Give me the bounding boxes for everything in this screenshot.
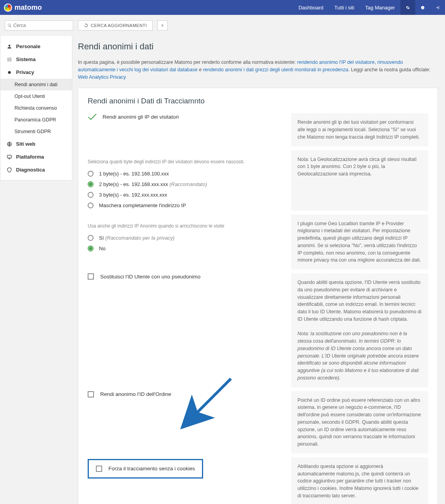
link-anon-ip[interactable]: rendendo anonimo l'IP del visitatore <box>297 60 375 65</box>
radio-2byte[interactable]: 2 byte(s) - es. 192.168.xxx.xxx (Raccoma… <box>88 179 283 190</box>
checkbox-icon <box>88 273 94 280</box>
sidebar-label: Siti web <box>16 141 35 147</box>
enrich-help: I plugin come Geo Localtion tramite IP e… <box>291 215 428 270</box>
app-logo[interactable]: matomo <box>4 4 42 12</box>
sidebar-section-personal[interactable]: Personale <box>0 40 72 53</box>
svg-rect-4 <box>7 155 12 158</box>
checkbox-icon <box>88 391 94 397</box>
sliders-icon <box>7 57 12 62</box>
userid-note: Nota: la sostituzione con uno pseudonimo… <box>297 331 419 381</box>
checkmark-icon <box>88 113 97 120</box>
sidebar-section-platform[interactable]: Piattaforma <box>0 150 72 163</box>
bytes-label: Seleziona quanti byte degli indirizzi IP… <box>88 159 283 164</box>
force-nocookie-highlight: Forza il tracciamento senza i cookies <box>88 459 203 479</box>
nav-info-icon[interactable]: i <box>415 0 430 15</box>
userid-checkbox[interactable]: Sostituisci l'ID Utente con uno pseudoni… <box>88 273 283 280</box>
search-icon <box>7 23 12 28</box>
top-nav: Dashboard Tutti i siti Tag Manager i <box>293 0 445 15</box>
radio-icon <box>88 235 94 241</box>
search-input[interactable] <box>13 23 70 28</box>
collapse-button[interactable] <box>157 20 168 31</box>
nav-tag-manager[interactable]: Tag Manager <box>360 0 400 15</box>
userid-label: Sostituisci l'ID Utente con uno pseudoni… <box>100 274 200 280</box>
radio-1byte[interactable]: 1 byte(s) - es. 192.168.100.xxx <box>88 168 283 179</box>
sidebar: Personale Sistema Privacy Rendi anonimi … <box>0 36 72 181</box>
radio-label: 1 byte(s) - es. 192.168.100.xxx <box>99 171 169 177</box>
sidebar-label: Sistema <box>16 56 36 62</box>
sidebar-label: Piattaforma <box>16 154 44 160</box>
radio-3byte[interactable]: 3 byte(s) - es. 192.xxx.xxx.xxx <box>88 190 283 200</box>
sidebar-section-websites[interactable]: Siti web <box>0 137 72 150</box>
sidebar-section-diagnostics[interactable]: Diagnostica <box>0 163 72 176</box>
recommended-label: (Raccomandato) <box>169 181 207 187</box>
userid-help: Quando abiliti questa opzione, l'ID Uten… <box>291 273 428 387</box>
monitor-icon <box>7 154 12 160</box>
force-nocookie-help: Abilitando questa opzione si aggiornerà … <box>291 457 428 504</box>
intro-text: In questa pagina, è possibile personaliz… <box>78 60 297 65</box>
globe-icon <box>7 141 12 147</box>
check-updates-button[interactable]: CERCA AGGIORNAMENTI <box>78 20 153 31</box>
shield-icon <box>7 167 12 173</box>
radio-icon <box>88 171 94 177</box>
enrich-label: Usa anche gli indirizzi IP Anonimi quand… <box>88 223 283 229</box>
nav-dashboard[interactable]: Dashboard <box>293 0 329 15</box>
radio-label: 2 byte(s) - es. 192.168.xxx.xxx <box>99 181 168 187</box>
main-content: Rendi anonimi i dati In questa pagina, è… <box>72 36 445 504</box>
radio-label: No <box>99 246 106 251</box>
bytes-help: Nota: La Geolocalizzazione avrà circa gl… <box>291 150 428 211</box>
logo-icon <box>4 4 12 12</box>
sidebar-label: Privacy <box>16 69 34 75</box>
link-anon-raw[interactable]: rendendo anonimi i dati grezzi degli ute… <box>203 67 348 72</box>
user-icon <box>7 44 12 49</box>
card-title: Rendi anonimi i Dati di Tracciamnto <box>88 97 428 105</box>
search-box[interactable] <box>5 20 73 31</box>
check-updates-label: CERCA AGGIORNAMENTI <box>91 23 147 28</box>
checkbox-icon <box>96 466 102 472</box>
nav-all-sites[interactable]: Tutti i siti <box>329 0 360 15</box>
nav-admin-gear-icon[interactable] <box>400 0 415 15</box>
radio-label: Sì <box>99 235 104 241</box>
radio-enrich-no[interactable]: No <box>88 243 283 254</box>
tracking-data-card: Rendi anonimi i Dati di Tracciamnto Rend… <box>78 88 438 504</box>
page-title: Rendi anonimi i dati <box>78 42 438 52</box>
topbar: matomo Dashboard Tutti i siti Tag Manage… <box>0 0 445 15</box>
sidebar-label: Diagnostica <box>16 167 45 173</box>
refresh-icon <box>84 23 88 28</box>
sidebar-item-anonymize-data[interactable]: Rendi anonimi i dati <box>0 79 72 90</box>
radio-icon <box>88 202 94 208</box>
sidebar-label: Personale <box>16 43 40 49</box>
radio-label: 3 byte(s) - es. 192.xxx.xxx.xxx <box>99 192 167 198</box>
radio-icon <box>88 246 94 251</box>
sidebar-item-gdpr-overview[interactable]: Panoramica GDPR <box>0 114 72 126</box>
nav-logout-icon[interactable] <box>430 0 445 15</box>
radio-enrich-yes[interactable]: Sì (Raccomandato per la privacy) <box>88 233 283 243</box>
radio-fullmask[interactable]: Maschera completamente l'indirizzo IP <box>88 200 283 211</box>
sidebar-item-consent-request[interactable]: Richiesta consenso <box>0 102 72 114</box>
force-nocookie-label: Forza il tracciamento senza i cookies <box>108 466 195 471</box>
toolbar: CERCA AGGIORNAMENTI <box>0 15 445 36</box>
orderid-checkbox[interactable]: Rendi anonimo l'ID dell'Ordine <box>88 391 283 397</box>
link-web-analytics-privacy[interactable]: Web Analytics Privacy <box>78 74 126 80</box>
sidebar-item-gdpr-tools[interactable]: Strumenti GDPR <box>0 126 72 137</box>
recommended-label: (Raccomandato per la privacy) <box>105 235 175 241</box>
chevrons-up-icon <box>160 23 164 27</box>
anonymize-ip-label: Rendi anonimi gli IP dei visitatori <box>103 114 179 120</box>
anonymize-ip-toggle[interactable]: Rendi anonimi gli IP dei visitatori <box>88 113 283 120</box>
page-intro: In questa pagina, è possibile personaliz… <box>78 59 438 81</box>
sidebar-item-optout-users[interactable]: Opt-out Utenti <box>0 90 72 102</box>
radio-icon <box>88 192 94 198</box>
svg-point-2 <box>8 71 11 74</box>
orderid-help: Poiché un ID ordine può essere referenzi… <box>291 391 428 453</box>
force-nocookie-checkbox[interactable]: Forza il tracciamento senza i cookies <box>96 466 195 472</box>
sidebar-section-privacy[interactable]: Privacy <box>0 66 72 79</box>
radio-icon <box>88 181 94 187</box>
brand-text: matomo <box>14 4 42 12</box>
sidebar-section-system[interactable]: Sistema <box>0 53 72 66</box>
dot-icon <box>7 70 12 75</box>
radio-label: Maschera completamente l'indirizzo IP <box>99 202 186 208</box>
orderid-label: Rendi anonimo l'ID dell'Ordine <box>100 391 171 397</box>
anonymize-ip-help: Rende anonimi gli ip dei tuoi visitatori… <box>291 113 428 146</box>
